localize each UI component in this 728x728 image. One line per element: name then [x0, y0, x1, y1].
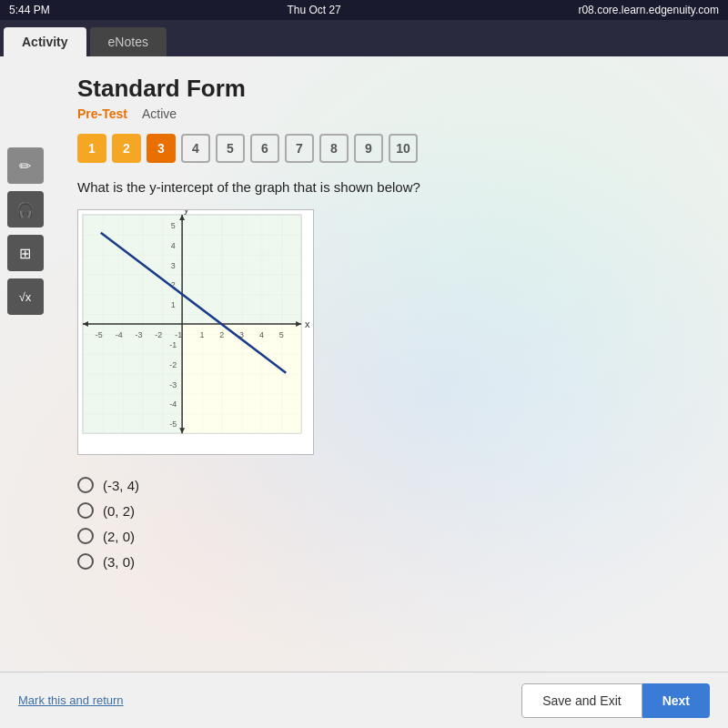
svg-text:-4: -4	[169, 399, 177, 409]
q-num-3[interactable]: 3	[147, 134, 176, 163]
q-num-7[interactable]: 7	[285, 134, 314, 163]
content-panel: Standard Form Pre-Test Active 1 2 3 4 5 …	[50, 56, 728, 728]
y-axis-label: y	[184, 209, 189, 215]
svg-text:5: 5	[171, 221, 176, 230]
question-text: What is the y-intercept of the graph tha…	[77, 179, 701, 195]
tab-enotes[interactable]: eNotes	[90, 27, 167, 56]
svg-text:4: 4	[259, 330, 264, 339]
q-num-4[interactable]: 4	[181, 134, 210, 163]
q-num-9[interactable]: 9	[354, 134, 383, 163]
svg-rect-4	[83, 324, 182, 433]
x-axis-label: x	[305, 318, 310, 329]
q-num-5[interactable]: 5	[216, 134, 245, 163]
coordinate-graph: x y -1 -2 -3 -4 -5 1 2 3 4 5 1 2 3 4 5 -…	[77, 209, 314, 455]
svg-text:1: 1	[199, 330, 204, 339]
radio-2[interactable]	[77, 502, 94, 519]
svg-text:-1: -1	[169, 340, 177, 349]
svg-text:-1: -1	[175, 330, 182, 339]
answer-option-3[interactable]: (2, 0)	[77, 528, 701, 544]
pre-test-label: Pre-Test	[77, 106, 127, 121]
page-title: Standard Form	[77, 75, 701, 103]
tab-activity[interactable]: Activity	[4, 27, 86, 56]
left-toolbar: ✏ 🎧 ⊞ √x	[0, 56, 50, 728]
radio-3[interactable]	[77, 528, 94, 544]
q-num-2[interactable]: 2	[112, 134, 141, 163]
calculator-tool[interactable]: ⊞	[7, 235, 44, 271]
main-content: ✏ 🎧 ⊞ √x Standard Form Pre-Test Active 1…	[0, 56, 728, 728]
radio-1[interactable]	[77, 477, 94, 493]
bottom-buttons: Save and Exit Next	[521, 683, 710, 718]
status-bar: 5:44 PM Thu Oct 27 r08.core.learn.edgenu…	[0, 0, 728, 20]
answer-choices: (-3, 4) (0, 2) (2, 0) (3, 0)	[77, 477, 701, 570]
radio-4[interactable]	[77, 553, 94, 570]
subtitle-row: Pre-Test Active	[77, 106, 701, 121]
active-label: Active	[142, 106, 177, 121]
svg-text:-3: -3	[169, 380, 177, 389]
status-time: 5:44 PM	[9, 4, 50, 16]
headphones-tool[interactable]: 🎧	[7, 191, 44, 228]
q-num-8[interactable]: 8	[319, 134, 349, 163]
svg-rect-2	[83, 215, 182, 324]
tab-bar: Activity eNotes	[0, 20, 728, 56]
graph-container: x y -1 -2 -3 -4 -5 1 2 3 4 5 1 2 3 4 5 -…	[77, 209, 314, 459]
pencil-tool[interactable]: ✏	[7, 147, 44, 184]
question-numbers: 1 2 3 4 5 6 7 8 9 10	[77, 134, 701, 163]
answer-option-4[interactable]: (3, 0)	[77, 553, 701, 570]
mark-return-link[interactable]: Mark this and return	[18, 693, 124, 707]
save-exit-button[interactable]: Save and Exit	[521, 683, 642, 718]
answer-option-1[interactable]: (-3, 4)	[77, 477, 701, 493]
q-num-10[interactable]: 10	[389, 134, 418, 163]
bottom-bar: Mark this and return Save and Exit Next	[0, 672, 728, 728]
svg-text:4: 4	[171, 241, 176, 250]
svg-text:-2: -2	[155, 330, 162, 339]
svg-text:-4: -4	[116, 330, 123, 339]
svg-text:-2: -2	[169, 360, 177, 369]
svg-text:5: 5	[279, 330, 284, 339]
q-num-1[interactable]: 1	[77, 134, 106, 163]
svg-text:1: 1	[171, 300, 176, 309]
q-num-6[interactable]: 6	[250, 134, 279, 163]
svg-text:2: 2	[219, 330, 224, 339]
answer-option-2[interactable]: (0, 2)	[77, 502, 701, 519]
svg-text:3: 3	[171, 261, 176, 270]
status-day: Thu Oct 27	[287, 4, 340, 16]
next-button[interactable]: Next	[642, 683, 710, 718]
svg-text:-5: -5	[96, 330, 103, 339]
status-url: r08.core.learn.edgenuity.com	[578, 4, 719, 16]
math-tool[interactable]: √x	[7, 278, 44, 315]
svg-text:-5: -5	[169, 420, 177, 429]
svg-text:-3: -3	[136, 330, 143, 339]
